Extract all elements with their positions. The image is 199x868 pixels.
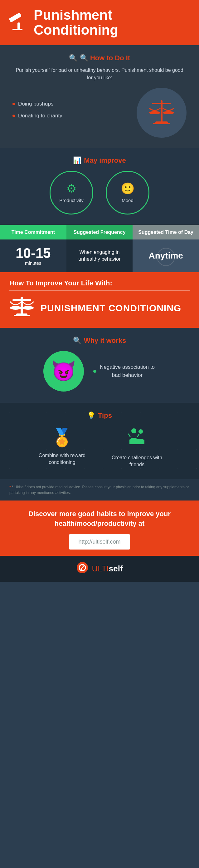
how-to-list: Doing pushups Donating to charity [12,101,62,125]
banner-scale-icon [9,296,34,321]
time-of-day-value: Anytime [133,240,199,272]
how-to-heading: 🔍 🔍 How to Do It [12,54,187,62]
stats-table: Time Commitment Suggested Frequency Sugg… [0,224,199,272]
tips-cards: 🏅 Combine with reward conditioning Creat… [12,427,187,468]
why-text: Negative association to bad behavior [93,363,156,379]
improve-banner-name: PUNISHMENT CONDITIONING [40,303,181,313]
scale-icon-wrap [137,88,187,138]
tips-section: 💡 Tips 🏅 Combine with reward conditionin… [0,403,199,479]
why-works-heading: 🔍 Why it works [12,337,187,345]
mood-card: 🙂 Mood [106,171,150,215]
list-item: Donating to charity [12,113,62,119]
svg-point-18 [131,428,136,433]
devil-icon-wrap: 😈 [43,351,84,392]
svg-point-19 [138,429,143,434]
how-to-items: Doing pushups Donating to charity [12,88,187,138]
svg-line-11 [166,254,170,257]
svg-point-14 [10,306,21,310]
svg-line-21 [138,434,139,436]
reward-label: Combine with reward conditioning [31,452,93,466]
svg-point-15 [23,306,34,310]
disclaimer-section: * * Ultiself does not provide medical ad… [0,479,199,500]
footer-logo-icon [76,561,89,576]
svg-rect-0 [9,12,22,23]
friends-icon [128,427,146,450]
svg-point-6 [163,111,174,114]
challenges-label: Create challenges with friends [106,454,168,468]
reward-icon: 🏅 [51,427,73,448]
may-improve-heading: 📊 May improve [12,156,187,164]
list-item: Doing pushups [12,101,62,107]
svg-rect-1 [18,23,20,29]
productivity-icon: ⚙ [66,182,76,195]
svg-rect-17 [14,315,30,316]
tips-heading: 💡 Tips [12,411,187,420]
svg-line-20 [129,434,130,436]
frequency-header: Suggested Frequency [66,225,133,240]
improve-banner-bottom: PUNISHMENT CONDITIONING [9,296,190,321]
search2-icon: 🔍 [73,337,81,345]
search-icon: 🔍 [69,54,77,62]
footer-section: ULTIself [0,556,199,582]
disclaimer-text: * * Ultiself does not provide medical ad… [9,484,190,496]
chart-icon: 📊 [73,156,81,164]
why-dot [93,370,96,373]
svg-rect-8 [153,123,170,124]
mood-label: Mood [122,198,133,203]
time-commitment-value: 10-15 minutes [0,240,66,272]
svg-rect-4 [152,103,171,104]
frequency-value: When engaging in unhealthy behavior [66,240,133,272]
tip-reward-card: 🏅 Combine with reward conditioning [31,427,93,468]
bulb-icon: 💡 [87,411,95,420]
discover-url[interactable]: http://ultiself.com [69,534,130,550]
svg-rect-2 [12,29,23,30]
header-title: Punishment Conditioning [34,7,193,38]
productivity-card: ⚙ Productivity [49,171,93,215]
svg-rect-13 [12,299,31,301]
footer-brand: ULTIself [92,564,123,574]
may-improve-section: 📊 May improve ⚙ Productivity 🙂 Mood [0,148,199,224]
svg-point-5 [149,111,160,114]
discover-text: Discover more good habits to improve you… [12,509,187,529]
time-commitment-header: Time Commitment [0,225,66,240]
improve-banner: How To Improve Your Life With: PUNISHMEN… [0,272,199,328]
improve-cards: ⚙ Productivity 🙂 Mood [12,171,187,215]
improve-banner-title: How To Improve Your Life With: [9,279,190,287]
why-works-section: 🔍 Why it works 😈 Negative association to… [0,328,199,403]
header-section: Punishment Conditioning [0,0,199,45]
how-to-do-section: 🔍 🔍 How to Do It Punish yourself for bad… [0,45,199,148]
time-of-day-header: Suggested Time of Day [133,225,199,240]
why-works-content: 😈 Negative association to bad behavior [12,351,187,392]
how-to-description: Punish yourself for bad or unhealthy beh… [12,66,187,82]
improve-banner-divider [9,290,190,291]
productivity-label: Productivity [59,198,84,203]
tip-challenges-card: Create challenges with friends [106,427,168,468]
header-icon [6,9,29,36]
discover-section: Discover more good habits to improve you… [0,500,199,556]
mood-icon: 🙂 [121,182,135,195]
devil-icon: 😈 [51,360,76,383]
